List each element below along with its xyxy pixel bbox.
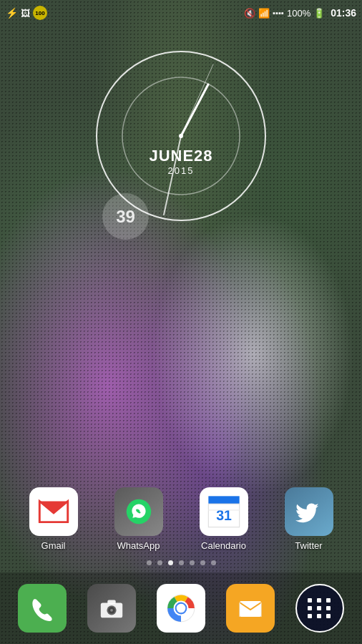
- status-bar: ⚡ 🖼 100 🔇 📶 ▪▪▪▪ 100% 🔋 01:36: [0, 0, 362, 26]
- svg-line-4: [181, 64, 213, 136]
- svg-point-5: [179, 134, 183, 138]
- temperature-badge: 39: [102, 193, 149, 240]
- page-dot-1[interactable]: [157, 560, 162, 565]
- dock: [0, 572, 362, 644]
- grid-dot: [317, 614, 321, 618]
- svg-rect-11: [208, 496, 239, 504]
- whatsapp-label: WhatsApp: [117, 540, 160, 551]
- twitter-icon[interactable]: [285, 487, 333, 536]
- grid-dot: [317, 598, 321, 602]
- badge-icon: 100: [33, 6, 47, 20]
- battery-percentage: 100%: [287, 8, 310, 19]
- svg-point-19: [110, 609, 113, 612]
- svg-rect-18: [107, 600, 115, 605]
- clock-month-day: JUNE28: [149, 147, 212, 165]
- svg-text:31: 31: [216, 507, 232, 523]
- usb-icon: ⚡: [6, 7, 18, 19]
- grid-dot: [308, 598, 312, 602]
- wifi-icon: 📶: [258, 8, 270, 19]
- dock-phone[interactable]: [18, 584, 67, 633]
- gmail-icon[interactable]: [29, 487, 78, 536]
- dock-apps-button[interactable]: [295, 584, 344, 633]
- dock-email[interactable]: [226, 584, 275, 633]
- grid-dot: [308, 614, 312, 618]
- page-dot-2[interactable]: [168, 560, 173, 565]
- grid-dot: [326, 598, 331, 602]
- page-dots: [0, 560, 362, 565]
- svg-point-24: [177, 604, 186, 613]
- whatsapp-icon[interactable]: [114, 487, 163, 536]
- page-dot-6[interactable]: [211, 560, 216, 565]
- app-item-calendario[interactable]: 31 Calendario: [188, 487, 260, 551]
- grid-dot: [326, 614, 331, 618]
- screenshot-icon: 🖼: [21, 8, 30, 19]
- grid-dot: [326, 606, 331, 610]
- page-dot-0[interactable]: [147, 560, 152, 565]
- dock-chrome[interactable]: [157, 584, 205, 633]
- mute-icon: 🔇: [244, 8, 255, 19]
- dock-camera[interactable]: [87, 584, 136, 633]
- clock-date: JUNE28 2015: [149, 147, 212, 176]
- signal-icon: ▪▪▪▪: [273, 9, 284, 17]
- battery-icon: 🔋: [313, 8, 325, 19]
- page-dot-4[interactable]: [190, 560, 195, 565]
- grid-dot: [308, 606, 312, 610]
- status-right: 🔇 📶 ▪▪▪▪ 100% 🔋 01:36: [244, 7, 356, 19]
- page-dot-5[interactable]: [200, 560, 205, 565]
- status-time: 01:36: [331, 7, 356, 19]
- status-left: ⚡ 🖼 100: [6, 6, 47, 20]
- page-dot-3[interactable]: [179, 560, 184, 565]
- clock-year: 2015: [149, 165, 212, 176]
- app-item-gmail[interactable]: Gmail: [18, 487, 89, 551]
- twitter-label: Twitter: [295, 540, 322, 551]
- temperature-value: 39: [116, 207, 135, 227]
- svg-line-2: [181, 84, 208, 136]
- calendario-icon[interactable]: 31: [200, 487, 248, 536]
- app-row: Gmail WhatsApp 31 Calendario: [0, 487, 362, 551]
- grid-dot: [317, 606, 321, 610]
- calendario-label: Calendario: [201, 540, 246, 551]
- apps-grid: [308, 598, 332, 618]
- app-item-twitter[interactable]: Twitter: [273, 487, 345, 551]
- clock-widget: JUNE28 2015 39: [88, 39, 274, 261]
- app-item-whatsapp[interactable]: WhatsApp: [103, 487, 175, 551]
- gmail-label: Gmail: [41, 540, 66, 551]
